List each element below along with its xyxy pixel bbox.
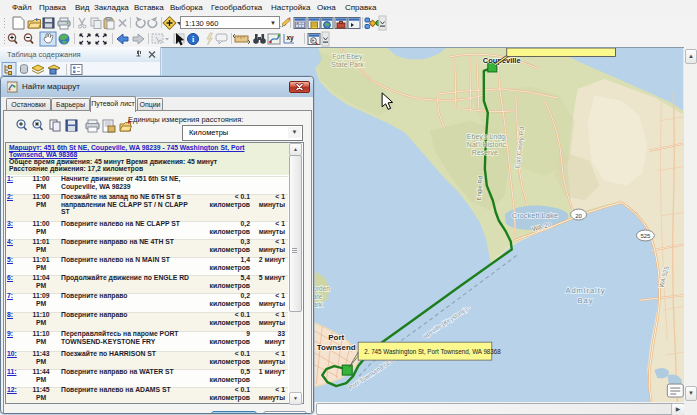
svg-text:Fort Ebey: Fort Ebey: [332, 53, 363, 61]
svg-text:Port: Port: [328, 333, 344, 342]
svg-text:2. 745 Washington St, Port Tow: 2. 745 Washington St, Port Townsend, WA …: [364, 348, 501, 356]
svg-text:Bay: Bay: [578, 296, 594, 305]
svg-text:Nat'l Historic: Nat'l Historic: [467, 141, 506, 148]
svg-text:xy: xy: [287, 34, 295, 42]
svg-text:State Park: State Park: [331, 61, 364, 68]
svg-text:525: 525: [640, 233, 651, 239]
svg-text:Reserve: Reserve: [472, 149, 498, 156]
svg-text:Ebey's Lndg: Ebey's Lndg: [467, 133, 505, 141]
svg-text:orden: orden: [313, 285, 330, 292]
svg-text:Admiralty: Admiralty: [565, 286, 605, 295]
svg-text:Townsend: Townsend: [317, 343, 356, 352]
svg-text:ark: ark: [313, 301, 323, 308]
svg-text:ate: ate: [313, 293, 322, 300]
svg-text:20: 20: [575, 213, 582, 219]
svg-text:Crockett Lake: Crockett Lake: [512, 211, 558, 220]
